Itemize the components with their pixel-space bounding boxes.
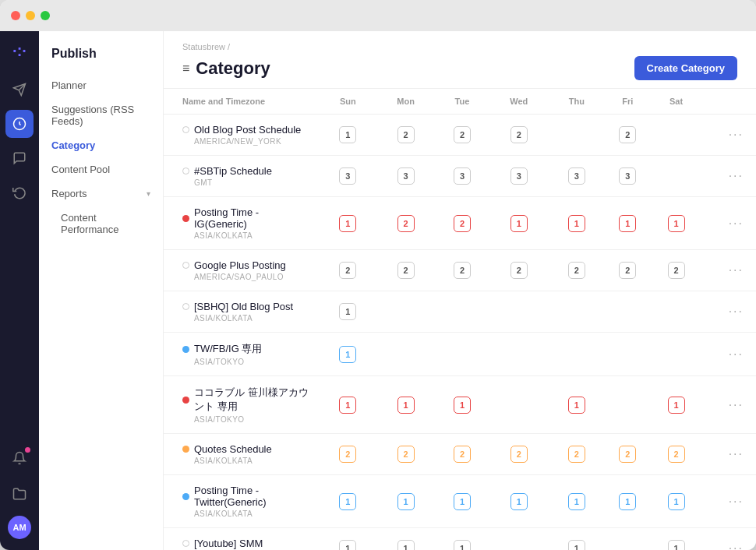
row-action-menu[interactable]: ··· bbox=[701, 528, 756, 551]
day-cell-6 bbox=[651, 291, 701, 333]
hamburger-icon: ≡ bbox=[182, 62, 189, 76]
col-sat: Sat bbox=[651, 89, 701, 115]
rail-icon-refresh[interactable] bbox=[5, 178, 34, 206]
status-dot bbox=[182, 540, 189, 547]
timezone-label: ASIA/KOLKATA bbox=[194, 509, 313, 518]
day-cell-2: 2 bbox=[436, 115, 489, 156]
row-action-menu[interactable]: ··· bbox=[701, 333, 756, 376]
col-sun: Sun bbox=[320, 89, 376, 115]
count-badge: 2 bbox=[339, 262, 356, 279]
sidebar-item-category[interactable]: Category bbox=[39, 133, 163, 157]
day-cell-1: 1 bbox=[376, 376, 436, 434]
count-badge: 2 bbox=[668, 446, 685, 463]
maximize-dot[interactable] bbox=[41, 11, 50, 20]
rail-icon-chat[interactable] bbox=[5, 144, 34, 172]
name-cell: Quotes Schedule ASIA/KOLKATA bbox=[164, 434, 320, 475]
timezone-label: ASIA/TOKYO bbox=[194, 358, 313, 366]
sidebar-item-content-performance[interactable]: Content Performance bbox=[39, 206, 163, 242]
count-badge: 1 bbox=[454, 397, 471, 414]
day-cell-6: 1 bbox=[651, 475, 701, 528]
status-dot bbox=[182, 346, 189, 353]
name-row: TW/FB/IG 専用 bbox=[182, 342, 313, 356]
user-avatar[interactable]: AM bbox=[8, 516, 31, 539]
day-cell-3 bbox=[489, 528, 549, 551]
name-row: Posting Time - IG(Generic) bbox=[182, 206, 313, 230]
header-row: ≡ Category Create Category bbox=[182, 56, 737, 80]
day-cell-5 bbox=[605, 291, 651, 333]
row-action-menu[interactable]: ··· bbox=[701, 115, 756, 156]
day-cell-6 bbox=[651, 333, 701, 376]
create-category-button[interactable]: Create Category bbox=[634, 56, 737, 80]
day-cell-1: 2 bbox=[376, 250, 436, 291]
col-tue: Tue bbox=[436, 89, 489, 115]
day-cell-0: 2 bbox=[320, 434, 376, 475]
rail-icon-paper-plane[interactable] bbox=[5, 76, 34, 104]
row-action-menu[interactable]: ··· bbox=[701, 291, 756, 333]
app-window: ·:· AM bbox=[0, 0, 756, 550]
count-badge: 2 bbox=[510, 446, 528, 463]
close-dot[interactable] bbox=[11, 11, 20, 20]
status-dot bbox=[182, 215, 189, 222]
count-badge: 3 bbox=[397, 167, 415, 185]
col-thu: Thu bbox=[549, 89, 604, 115]
day-cell-0: 1 bbox=[320, 115, 376, 156]
row-action-menu[interactable]: ··· bbox=[701, 475, 756, 528]
day-cell-2: 1 bbox=[436, 376, 489, 434]
row-action-menu[interactable]: ··· bbox=[701, 156, 756, 197]
count-badge: 2 bbox=[397, 215, 415, 232]
minimize-dot[interactable] bbox=[26, 11, 35, 20]
day-cell-5: 1 bbox=[605, 475, 651, 528]
row-name: [Youtube] SMM bbox=[194, 538, 263, 549]
table-row: Google Plus Posting AMERICA/SAO_PAULO 22… bbox=[164, 250, 756, 291]
count-badge: 1 bbox=[510, 215, 528, 232]
count-badge: 2 bbox=[454, 215, 471, 232]
col-actions bbox=[701, 89, 756, 115]
row-action-menu[interactable]: ··· bbox=[701, 376, 756, 434]
row-name: #SBTip Schedule bbox=[194, 165, 272, 177]
notification-badge bbox=[25, 447, 30, 453]
day-cell-6: 2 bbox=[651, 250, 701, 291]
count-badge: 2 bbox=[568, 446, 585, 463]
count-badge: 1 bbox=[339, 397, 356, 414]
status-dot bbox=[182, 303, 189, 310]
name-cell: #SBTip Schedule GMT bbox=[164, 156, 320, 197]
timezone-label: GMT bbox=[194, 178, 313, 187]
day-cell-2: 2 bbox=[436, 434, 489, 475]
row-action-menu[interactable]: ··· bbox=[701, 434, 756, 475]
row-name: Posting Time - IG(Generic) bbox=[194, 206, 313, 230]
chevron-down-icon: ▾ bbox=[147, 189, 150, 198]
day-cell-3: 2 bbox=[489, 250, 549, 291]
col-wed: Wed bbox=[489, 89, 549, 115]
col-fri: Fri bbox=[605, 89, 651, 115]
day-cell-5: 2 bbox=[605, 250, 651, 291]
count-badge: 1 bbox=[668, 215, 685, 232]
sidebar-item-suggestions[interactable]: Suggestions (RSS Feeds) bbox=[39, 97, 163, 133]
sidebar-title: Publish bbox=[39, 47, 163, 73]
day-cell-6: 1 bbox=[651, 376, 701, 434]
timezone-label: AMERICA/NEW_YORK bbox=[194, 137, 313, 146]
rail-icon-publish[interactable] bbox=[5, 110, 34, 138]
day-cell-0: 1 bbox=[320, 376, 376, 434]
table-row: Posting Time - IG(Generic) ASIA/KOLKATA … bbox=[164, 197, 756, 250]
sidebar-item-planner[interactable]: Planner bbox=[39, 73, 163, 97]
day-cell-1: 1 bbox=[376, 528, 436, 551]
count-badge: 2 bbox=[397, 446, 415, 463]
count-badge: 2 bbox=[454, 126, 471, 143]
day-cell-0: 1 bbox=[320, 197, 376, 250]
rail-bottom: AM bbox=[5, 444, 34, 539]
row-action-menu[interactable]: ··· bbox=[701, 197, 756, 250]
status-dot bbox=[182, 167, 189, 175]
folder-icon[interactable] bbox=[5, 480, 34, 508]
row-action-menu[interactable]: ··· bbox=[701, 250, 756, 291]
day-cell-4: 2 bbox=[549, 250, 604, 291]
count-badge: 3 bbox=[339, 167, 356, 185]
day-cell-0: 1 bbox=[320, 333, 376, 376]
status-dot bbox=[182, 397, 189, 404]
table-row: [Youtube] SMM ASIA/KOLKATA 11111··· bbox=[164, 528, 756, 551]
sidebar-item-content-pool[interactable]: Content Pool bbox=[39, 157, 163, 182]
name-row: Posting Time - Twitter(Generic) bbox=[182, 485, 313, 508]
row-name: TW/FB/IG 専用 bbox=[194, 342, 262, 356]
sidebar-item-reports[interactable]: Reports ▾ bbox=[39, 182, 163, 206]
count-badge: 1 bbox=[619, 493, 636, 510]
notification-bell-icon[interactable] bbox=[5, 444, 34, 472]
